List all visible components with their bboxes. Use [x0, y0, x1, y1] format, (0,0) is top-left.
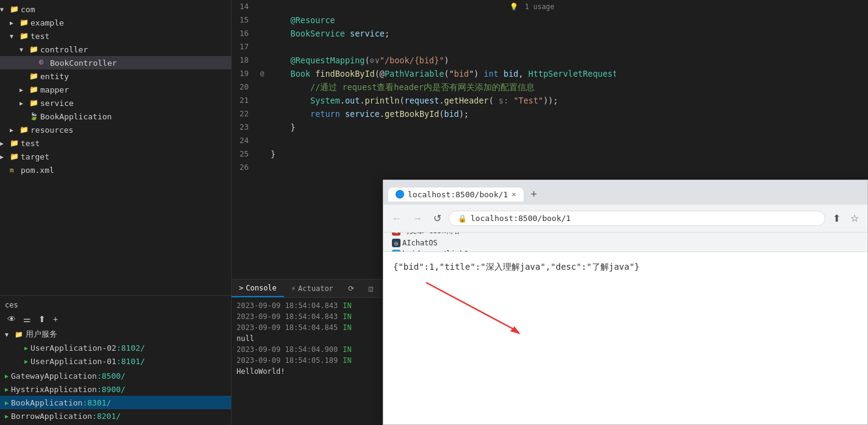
service-item-hystrix[interactable]: ▶HystrixApplication :8900/	[0, 382, 231, 396]
console-line: HelloWorld!	[237, 366, 377, 377]
line-number: 21	[232, 94, 256, 107]
code-line-26: 26	[232, 161, 616, 174]
tab-title: localhost:8500/book/1	[408, 190, 508, 199]
services-header: ces	[0, 298, 231, 312]
back-button[interactable]: ←	[388, 211, 405, 227]
tab-console[interactable]: > Console	[232, 279, 284, 297]
bookmark-item-bk3[interactable]: ◎AIchatOS	[388, 237, 494, 248]
line-content: System.out.println(request.getHeader( s:…	[268, 94, 616, 107]
service-item-ua02[interactable]: ▶UserApplication-02 :8102/	[0, 341, 231, 354]
service-item-book[interactable]: ▶BookApplication :8301/	[0, 396, 231, 409]
share-button[interactable]: ⬆	[829, 210, 844, 227]
service-group-header-users[interactable]: ▼ 📁 用户服务	[0, 328, 231, 341]
tree-item-example[interactable]: ▶📁example	[0, 16, 231, 29]
actuator-icon: ⚡	[291, 284, 296, 293]
line-content: return service.getBookById(bid);	[268, 107, 616, 121]
address-bar[interactable]: 🔒 localhost:8500/book/1	[449, 211, 825, 226]
console-line: 2023-09-09 18:54:04.900 IN	[237, 344, 377, 355]
tree-item-test2[interactable]: ▶📁test	[0, 136, 231, 150]
browser-content: {"bid":1,"title":"深入理解java","desc":"了解ja…	[383, 252, 867, 424]
tab-split[interactable]: ◫	[361, 279, 380, 297]
services-label: ces	[5, 301, 18, 309]
svg-line-0	[426, 283, 518, 331]
new-tab-button[interactable]: +	[526, 187, 542, 202]
line-content: BookService service;	[268, 27, 616, 40]
console-line: null	[237, 333, 377, 344]
tree-item-service[interactable]: ▶📁service	[0, 96, 231, 110]
bookmarks-bar: On登录 | ProcessOnC写文章-CSDN博客◎AIchatOS▶bai…	[383, 233, 867, 252]
code-line-15: 15 @Resource	[232, 13, 616, 27]
bookmarks-list: On登录 | ProcessOnC写文章-CSDN博客◎AIchatOS▶bai…	[388, 233, 494, 252]
address-url: localhost:8500/book/1	[471, 214, 571, 223]
code-line-22: 22 return service.getBookById(bid);	[232, 107, 616, 121]
bookmark-label: 写文章-CSDN博客	[402, 233, 461, 236]
code-line-24: 24	[232, 134, 616, 147]
browser-overlay: 🌐 localhost:8500/book/1 ✕ + ← → ↺ 🔒 loca…	[383, 180, 868, 425]
line-number: 17	[232, 40, 256, 54]
bottom-console-panel: > Console ⚡ Actuator ⟳ ◫ 2023-09-09 18:5…	[232, 279, 383, 425]
code-line-19: 19@ Book findBookById(@PathVariable("bid…	[232, 67, 616, 80]
tree-item-controller[interactable]: ▼📁controller	[0, 43, 231, 56]
line-number: 15	[232, 13, 256, 27]
tree-item-entity[interactable]: 📁entity	[0, 69, 231, 83]
console-content: 2023-09-09 18:54:04.843 IN2023-09-09 18:…	[232, 298, 382, 425]
tree-item-test[interactable]: ▼📁test	[0, 29, 231, 43]
file-tree: ▼📁com▶📁example▼📁test▼📁controller©BookCon…	[0, 0, 231, 295]
tree-item-target[interactable]: ▶📁target	[0, 150, 231, 163]
code-line-18: 18 @RequestMapping(⊙∨"/book/{bid}")	[232, 54, 616, 67]
tree-item-resources[interactable]: ▶📁resources	[0, 123, 231, 136]
code-line-21: 21 System.out.println(request.getHeader(…	[232, 94, 616, 107]
filter-icon[interactable]: ⚌	[21, 313, 34, 325]
tree-item-pomxml[interactable]: mpom.xml	[0, 163, 231, 177]
code-line-20: 20 //通过 request查看header内是否有网关添加的配置信息	[232, 80, 616, 94]
line-number: 26	[232, 161, 256, 174]
line-number: 24	[232, 134, 256, 147]
console-line: 2023-09-09 18:54:05.189 IN	[237, 355, 377, 366]
tab-close-button[interactable]: ✕	[511, 190, 516, 198]
browser-tab-active[interactable]: 🌐 localhost:8500/book/1 ✕	[388, 188, 524, 202]
service-item-gateway[interactable]: ▶GatewayApplication :8500/	[0, 369, 231, 382]
forward-button[interactable]: →	[409, 211, 426, 227]
code-line-25: 25}	[232, 147, 616, 161]
tab-actuator[interactable]: ⚡ Actuator	[284, 279, 341, 297]
services-toolbar: 👁 ⚌ ⬆ +	[0, 312, 231, 326]
tab-refresh[interactable]: ⟳	[341, 279, 361, 297]
line-number: 16	[232, 27, 256, 40]
console-line: 2023-09-09 18:54:04.843 IN	[237, 311, 377, 322]
add-service-button[interactable]: +	[51, 313, 60, 325]
console-line: 2023-09-09 18:54:04.845 IN	[237, 322, 377, 333]
line-content: Book findBookById(@PathVariable("bid") i…	[268, 67, 616, 80]
eye-icon[interactable]: 👁	[5, 313, 18, 325]
line-content: //通过 request查看header内是否有网关添加的配置信息	[268, 80, 616, 94]
line-gutter: @	[256, 67, 268, 80]
code-line-23: 23 }	[232, 121, 616, 134]
line-number: 25	[232, 147, 256, 161]
bookmark-button[interactable]: ☆	[847, 210, 863, 227]
line-number: 23	[232, 121, 256, 134]
usage-count: 1 usage	[525, 2, 554, 11]
tree-item-mapper[interactable]: ▶📁mapper	[0, 83, 231, 96]
line-number: 14	[232, 0, 256, 13]
line-content: @RequestMapping(⊙∨"/book/{bid}")	[268, 54, 616, 67]
browser-action-buttons: ⬆ ☆	[829, 210, 863, 227]
service-group-users: ▼ 📁 用户服务▶UserApplication-02 :8102/▶UserA…	[0, 326, 231, 369]
console-icon: >	[239, 284, 243, 292]
code-line-17: 17	[232, 40, 616, 54]
usage-hint: 💡 1 usage	[510, 2, 554, 11]
bulb-icon: 💡	[510, 2, 518, 11]
tree-item-com[interactable]: ▼📁com	[0, 2, 231, 16]
service-item-borrow[interactable]: ▶BorrowApplication :8201/	[0, 409, 231, 423]
tree-item-BookApplication[interactable]: 🍃BookApplication	[0, 110, 231, 123]
line-content: @Resource	[268, 13, 616, 27]
red-arrow-svg	[420, 276, 530, 337]
line-number: 20	[232, 80, 256, 94]
service-item-ua01[interactable]: ▶UserApplication-01 :8101/	[0, 354, 231, 368]
tree-item-BookController[interactable]: ©BookController	[0, 56, 231, 69]
code-line-16: 16 BookService service;	[232, 27, 616, 40]
bookmark-item-bk2[interactable]: C写文章-CSDN博客	[388, 233, 494, 237]
services-section: ces 👁 ⚌ ⬆ + ▼ 📁 用户服务▶UserApplication-02 …	[0, 295, 231, 425]
line-content: }	[268, 147, 616, 161]
reload-button[interactable]: ↺	[430, 210, 445, 227]
code-lines: 1415 @Resource16 BookService service;171…	[232, 0, 616, 174]
collapse-icon[interactable]: ⬆	[36, 313, 48, 325]
